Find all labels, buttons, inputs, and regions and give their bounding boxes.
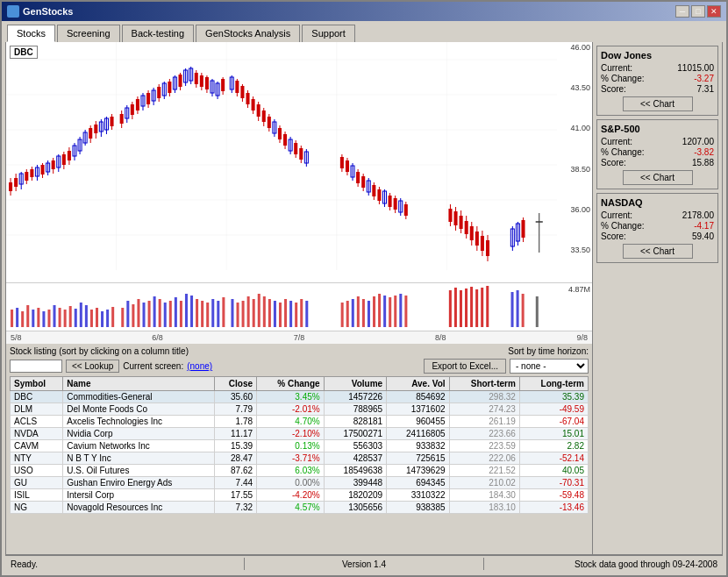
col-close[interactable]: Close	[214, 377, 256, 391]
svg-rect-186	[96, 308, 98, 327]
chart-ticker: DBC	[10, 46, 38, 59]
cell-name: Del Monte Foods Co	[63, 403, 214, 416]
svg-rect-180	[64, 310, 67, 327]
table-row[interactable]: NTY N B T Y Inc 28.47 -3.71% 428537 7256…	[11, 452, 589, 465]
col-name[interactable]: Name	[63, 377, 214, 391]
table-row[interactable]: ISIL Intersil Corp 17.55 -4.20% 1820209 …	[11, 489, 589, 502]
col-long-term[interactable]: Long-term	[519, 377, 588, 391]
svg-rect-155	[470, 226, 474, 240]
nasdaq-chart-button[interactable]: << Chart	[623, 244, 693, 259]
dow-chart-button[interactable]: << Chart	[623, 96, 693, 111]
price-label-6: 33.50	[570, 246, 590, 254]
col-short-term[interactable]: Short-term	[449, 377, 519, 391]
cell-pct-change: -4.20%	[257, 489, 325, 502]
minimize-button[interactable]: ─	[675, 5, 689, 18]
cell-name: Novagold Resources Inc	[63, 502, 214, 514]
cell-symbol: GU	[11, 477, 63, 489]
cell-name: Axcelis Technologies Inc	[63, 416, 214, 428]
status-divider-2	[483, 558, 484, 570]
x-axis-labels: 5/8 6/8 7/8 8/8 9/8	[6, 331, 592, 344]
cell-close: 7.44	[214, 477, 256, 489]
cell-volume: 1305656	[324, 502, 386, 514]
cell-short-term: 210.02	[449, 477, 519, 489]
current-screen-link[interactable]: (none)	[187, 361, 212, 371]
cell-pct-change: 0.00%	[257, 477, 325, 489]
cell-volume: 1457226	[324, 391, 386, 403]
cell-pct-change: 4.70%	[257, 416, 325, 428]
col-symbol[interactable]: Symbol	[11, 377, 63, 391]
svg-rect-187	[101, 311, 103, 327]
table-row[interactable]: NVDA Nvidia Corp 11.17 -2.10% 17500271 2…	[11, 428, 589, 440]
col-ave-vol[interactable]: Ave. Vol	[387, 377, 449, 391]
cell-short-term: 223.59	[449, 440, 519, 452]
close-button[interactable]: ✕	[707, 5, 721, 18]
svg-rect-239	[454, 288, 457, 327]
col-volume[interactable]: Volume	[324, 377, 386, 391]
svg-rect-225	[341, 303, 344, 327]
stocks-table: Symbol Name Close % Change Volume Ave. V…	[10, 376, 589, 514]
dow-current-label: Current:	[601, 63, 632, 73]
svg-rect-216	[263, 296, 266, 327]
svg-rect-19	[30, 169, 33, 177]
cell-symbol: NTY	[11, 452, 63, 465]
tab-genstocks-analysis[interactable]: GenStocks Analysis	[196, 25, 300, 42]
sp500-chart-button[interactable]: << Chart	[623, 170, 693, 185]
col-pct-change[interactable]: % Change	[257, 377, 325, 391]
cell-symbol: ISIL	[11, 489, 63, 502]
table-row[interactable]: CAVM Cavium Networks Inc 15.39 0.13% 556…	[11, 440, 589, 452]
svg-rect-236	[399, 294, 402, 327]
table-row[interactable]: USO U.S. Oil Futures 87.62 6.03% 1854963…	[11, 465, 589, 477]
cell-volume: 788965	[324, 403, 386, 416]
svg-rect-73	[179, 75, 182, 87]
svg-rect-226	[346, 301, 349, 327]
nasdaq-change-row: % Change: -4.17	[601, 221, 714, 231]
tab-screening[interactable]: Screening	[57, 25, 120, 42]
status-bar: Ready. Version 1.4 Stock data good throu…	[5, 555, 723, 572]
tab-backtesting[interactable]: Back-testing	[122, 25, 195, 42]
svg-rect-246	[511, 292, 514, 327]
svg-rect-159	[481, 236, 484, 251]
sort-select[interactable]: - none - Short-term Long-term	[510, 359, 589, 374]
svg-rect-117	[299, 148, 303, 160]
sp500-title: S&P-500	[601, 124, 714, 134]
dow-score-row: Score: 7.31	[601, 84, 714, 94]
svg-rect-217	[268, 299, 271, 327]
table-row[interactable]: DBC Commodities-General 35.60 3.45% 1457…	[11, 391, 589, 403]
sp500-current-row: Current: 1207.00	[601, 137, 714, 146]
maximize-button[interactable]: □	[691, 5, 705, 18]
svg-rect-171	[16, 308, 18, 327]
table-row[interactable]: DLM Del Monte Foods Co 7.79 -2.01% 78896…	[11, 403, 589, 416]
nasdaq-current-value: 2178.00	[682, 210, 714, 220]
svg-rect-221	[289, 301, 292, 327]
svg-rect-170	[11, 310, 13, 327]
price-labels: 46.00 43.50 41.00 38.50 36.00 33.50	[570, 44, 590, 254]
svg-rect-69	[168, 82, 171, 93]
table-container[interactable]: Symbol Name Close % Change Volume Ave. V…	[10, 376, 589, 514]
x-label-4: 8/8	[435, 333, 446, 342]
svg-rect-179	[59, 308, 61, 327]
cell-symbol: NVDA	[11, 428, 63, 440]
svg-rect-234	[389, 297, 391, 327]
svg-rect-103	[262, 110, 266, 122]
price-label-3: 41.00	[570, 125, 590, 132]
tab-support[interactable]: Support	[302, 25, 355, 42]
svg-rect-17	[25, 172, 28, 181]
current-screen-label: Current screen:	[123, 361, 183, 371]
lookup-button[interactable]: << Lookup	[66, 360, 119, 373]
svg-rect-149	[454, 211, 458, 225]
svg-rect-213	[247, 296, 250, 327]
table-row[interactable]: GU Gushan Enviro Energy Ads 7.44 0.00% 3…	[11, 477, 589, 489]
svg-rect-181	[69, 306, 72, 327]
svg-rect-197	[159, 299, 161, 327]
table-row[interactable]: NG Novagold Resources Inc 7.32 4.57% 130…	[11, 502, 589, 514]
table-row[interactable]: ACLS Axcelis Technologies Inc 1.78 4.70%…	[11, 416, 589, 428]
sp500-current-value: 1207.00	[682, 137, 714, 146]
search-input[interactable]	[10, 360, 62, 373]
export-button[interactable]: Export to Excel...	[424, 359, 506, 374]
svg-rect-199	[169, 301, 172, 327]
cell-short-term: 261.19	[449, 416, 519, 428]
tab-stocks[interactable]: Stocks	[7, 25, 55, 42]
cell-ave-vol: 14739629	[387, 465, 449, 477]
svg-rect-243	[475, 289, 478, 327]
x-label-1: 5/8	[11, 333, 22, 342]
